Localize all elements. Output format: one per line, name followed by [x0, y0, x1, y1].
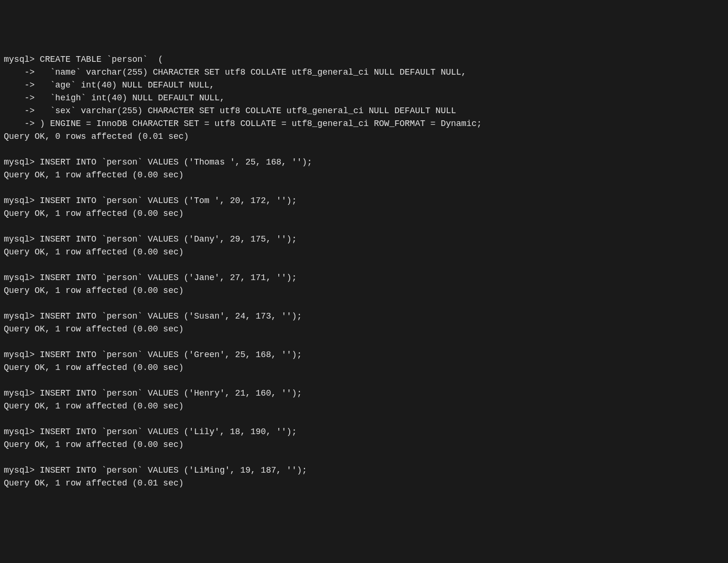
terminal-line: Query OK, 1 row affected (0.00 sec): [4, 438, 724, 451]
terminal-line: [4, 143, 724, 156]
terminal-line: mysql> INSERT INTO `person` VALUES ('Tom…: [4, 194, 724, 207]
terminal-line: [4, 451, 724, 464]
terminal-line: [4, 374, 724, 387]
terminal-line: Query OK, 1 row affected (0.00 sec): [4, 246, 724, 259]
terminal-line: [4, 182, 724, 194]
terminal-line: mysql> INSERT INTO `person` VALUES ('Sus…: [4, 310, 724, 323]
terminal-line: Query OK, 1 row affected (0.00 sec): [4, 284, 724, 297]
terminal-line: Query OK, 1 row affected (0.00 sec): [4, 169, 724, 182]
terminal-line: -> `heigh` int(40) NULL DEFAULT NULL,: [4, 92, 724, 105]
terminal-line: -> `age` int(40) NULL DEFAULT NULL,: [4, 79, 724, 92]
terminal-line: mysql> INSERT INTO `person` VALUES ('Dan…: [4, 233, 724, 246]
terminal-line: -> `sex` varchar(255) CHARACTER SET utf8…: [4, 105, 724, 117]
terminal-line: [4, 259, 724, 272]
terminal-line: [4, 297, 724, 310]
terminal-line: Query OK, 1 row affected (0.01 sec): [4, 477, 724, 490]
terminal-line: [4, 413, 724, 426]
terminal-line: Query OK, 0 rows affected (0.01 sec): [4, 130, 724, 143]
terminal-line: -> ) ENGINE = InnoDB CHARACTER SET = utf…: [4, 117, 724, 130]
terminal-line: Query OK, 1 row affected (0.00 sec): [4, 400, 724, 413]
terminal-line: mysql> INSERT INTO `person` VALUES ('Gre…: [4, 349, 724, 361]
terminal-line: mysql> INSERT INTO `person` VALUES ('LiM…: [4, 464, 724, 477]
terminal-output[interactable]: mysql> CREATE TABLE `person` ( -> `name`…: [4, 53, 724, 490]
terminal-line: [4, 336, 724, 349]
terminal-line: mysql> INSERT INTO `person` VALUES ('Jan…: [4, 272, 724, 284]
terminal-line: mysql> INSERT INTO `person` VALUES ('Hen…: [4, 387, 724, 400]
terminal-line: mysql> CREATE TABLE `person` (: [4, 53, 724, 66]
terminal-line: -> `name` varchar(255) CHARACTER SET utf…: [4, 66, 724, 79]
terminal-line: [4, 220, 724, 233]
terminal-line: Query OK, 1 row affected (0.00 sec): [4, 361, 724, 374]
terminal-line: Query OK, 1 row affected (0.00 sec): [4, 207, 724, 220]
terminal-line: mysql> INSERT INTO `person` VALUES ('Tho…: [4, 156, 724, 169]
terminal-line: mysql> INSERT INTO `person` VALUES ('Lil…: [4, 426, 724, 438]
terminal-line: Query OK, 1 row affected (0.00 sec): [4, 323, 724, 336]
